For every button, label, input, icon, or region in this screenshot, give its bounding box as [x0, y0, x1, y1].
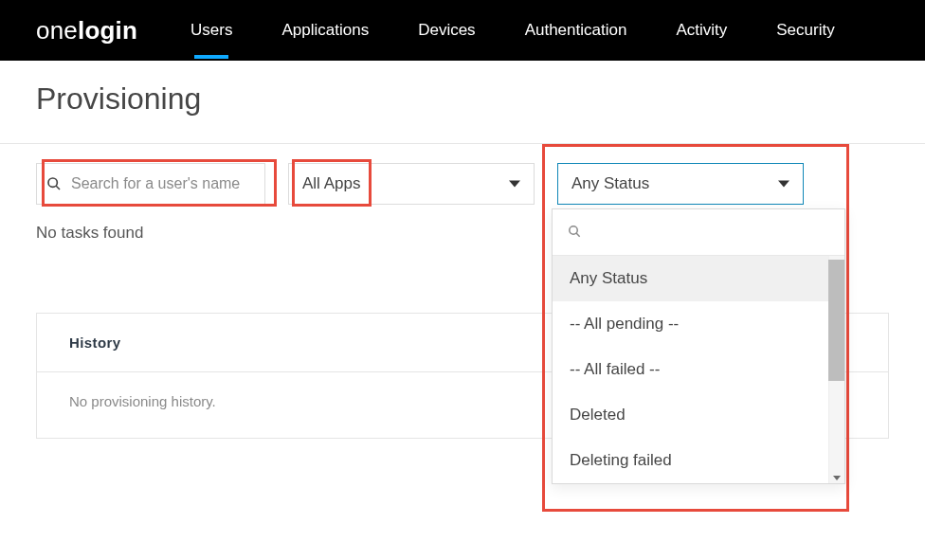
page-header: Provisioning [0, 61, 925, 144]
nav-security[interactable]: Security [776, 2, 834, 59]
caret-down-icon [509, 178, 520, 190]
nav-applications[interactable]: Applications [281, 2, 369, 59]
status-select-value: Any Status [571, 174, 649, 193]
status-option-all-failed[interactable]: -- All failed -- [553, 347, 844, 392]
status-select[interactable]: Any Status [557, 163, 804, 205]
nav-users[interactable]: Users [190, 2, 232, 59]
app-select-value: All Apps [302, 174, 360, 193]
status-dropdown-panel: Any Status -- All pending -- -- All fail… [552, 208, 845, 484]
status-option-any[interactable]: Any Status [553, 256, 844, 301]
svg-point-0 [48, 178, 57, 187]
caret-down-icon [778, 178, 789, 190]
status-dropdown-list: Any Status -- All pending -- -- All fail… [553, 256, 844, 483]
user-search-input[interactable] [62, 175, 255, 192]
dropdown-scrollbar[interactable] [828, 256, 844, 483]
nav-devices[interactable]: Devices [418, 2, 475, 59]
status-option-all-pending[interactable]: -- All pending -- [553, 301, 844, 347]
app-select[interactable]: All Apps [288, 163, 535, 205]
page-title: Provisioning [36, 81, 889, 117]
svg-line-3 [576, 233, 580, 237]
nav-authentication[interactable]: Authentication [525, 2, 627, 59]
scroll-thumb[interactable] [828, 260, 844, 381]
svg-point-2 [570, 226, 577, 234]
status-option-deleting-failed[interactable]: Deleting failed [553, 438, 844, 483]
nav-activity[interactable]: Activity [676, 2, 727, 59]
status-dropdown-search-input[interactable] [592, 223, 829, 242]
brand-right: login [78, 16, 137, 45]
search-icon [46, 176, 62, 191]
user-search[interactable] [36, 163, 265, 205]
search-icon [568, 225, 581, 240]
filter-bar: All Apps Any Status Any Status -- All pe… [0, 144, 925, 216]
brand-left: one [36, 16, 78, 45]
top-nav: onelogin Users Applications Devices Auth… [0, 0, 925, 61]
status-option-deleted[interactable]: Deleted [553, 392, 844, 438]
svg-line-1 [56, 186, 60, 190]
scroll-down-icon[interactable] [830, 472, 843, 483]
nav-list: Users Applications Devices Authenticatio… [190, 2, 835, 59]
status-dropdown-search[interactable] [553, 209, 844, 256]
brand-logo: onelogin [36, 16, 137, 45]
